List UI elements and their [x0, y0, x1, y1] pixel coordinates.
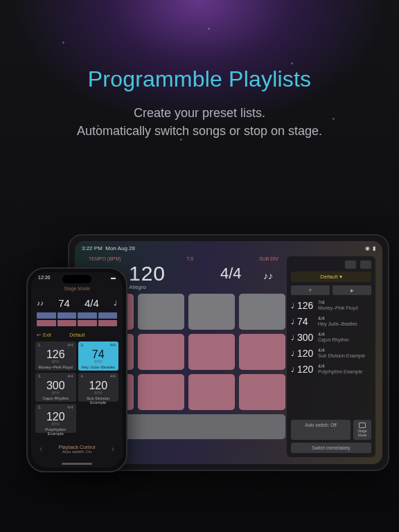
timesig-label: T.S — [186, 256, 193, 261]
exit-label: Exit — [43, 332, 51, 337]
playback-control-label: Playback Control — [31, 445, 123, 450]
card-title: Cajon Rhythm — [38, 396, 73, 400]
battery-icon: ▮ — [373, 245, 375, 251]
tempo-bpm: 120 — [129, 262, 166, 285]
playback-control[interactable]: Playback Control Auto switch: On — [31, 445, 123, 454]
playlist-item[interactable]: ♩1204/4Polyrhythm Example — [291, 362, 371, 376]
song-card[interactable]: 5.4/4120BPMPolyrhythm Example — [35, 404, 76, 433]
stage-mode-icon — [359, 423, 366, 428]
ipad-status-bar: 3:22 PM Mon Aug 28 ◉ ▮ — [75, 243, 382, 253]
hero-subtitle-line1: Create your preset lists. — [134, 106, 265, 120]
ipad-sidebar: Default ▾ + ▸ ♩126?/4Money–Pink Floyd♩74… — [287, 256, 375, 457]
note-icon: ♩ — [114, 299, 117, 307]
card-bpm: 74 — [81, 349, 116, 360]
song-card[interactable]: 3.4/4300BPMCajon Rhythm — [35, 373, 76, 402]
playlist-item[interactable]: ♩126?/4Money–Pink Floyd — [291, 299, 371, 312]
card-index: 2. — [81, 343, 85, 347]
item-bpm: 300 — [297, 332, 315, 343]
card-title: Sub Division Example — [81, 396, 116, 405]
card-bpm: 126 — [38, 349, 73, 360]
card-bpm: 120 — [38, 411, 73, 423]
card-index: 3. — [38, 374, 42, 378]
item-bpm: 120 — [297, 348, 315, 359]
ipad-time: 3:22 PM — [82, 245, 103, 251]
hero-title: Programmble Playlists — [0, 66, 399, 92]
pad[interactable] — [239, 334, 285, 370]
exit-icon: ↩ — [37, 332, 41, 338]
item-bpm: 126 — [297, 300, 315, 311]
pad[interactable] — [188, 374, 235, 410]
stage-mode-button[interactable]: Stage Mode — [353, 420, 371, 440]
item-bpm: 120 — [297, 364, 315, 375]
card-bpm: 300 — [38, 380, 73, 391]
iphone-timesig[interactable]: 4/4 — [85, 297, 99, 309]
card-bpm-unit: BPM — [81, 391, 116, 395]
item-timesig: 4/4 — [318, 316, 357, 321]
card-timesig: 4/4 — [110, 343, 116, 347]
pad[interactable] — [138, 374, 184, 410]
note-icon: ♪♪ — [37, 299, 44, 307]
subdiv-display[interactable]: ♪♪ — [263, 270, 273, 281]
card-bpm-unit: BPM — [38, 391, 73, 395]
beat-indicator — [37, 312, 117, 326]
pad[interactable] — [188, 294, 235, 330]
tempo-label: TEMPO (BPM) — [89, 256, 121, 261]
hero-subtitle-line2: Automatically switch songs or stop on st… — [77, 124, 322, 138]
item-title: Polyrhythm Example — [318, 369, 362, 375]
card-title: Money–Pink Floyd — [38, 365, 73, 369]
stage-mode-label: Stage Mode — [355, 429, 370, 437]
timesig-display[interactable]: 4/4 — [220, 265, 242, 283]
playlist-item[interactable]: ♩1204/4Sub Division Example — [291, 346, 371, 360]
switch-immediately-button[interactable]: Switch immediately — [291, 443, 371, 453]
card-bpm-unit: BPM — [81, 360, 116, 364]
iphone-tempo-bar: ♪♪ 74 4/4 ♩ — [37, 296, 117, 310]
card-title: Hey Jude–Beatles — [81, 365, 116, 369]
item-bpm: 74 — [297, 316, 315, 327]
item-timesig: 4/4 — [318, 364, 362, 369]
note-icon: ♩ — [291, 302, 294, 310]
play-button[interactable]: ▸ — [332, 285, 371, 295]
pad[interactable] — [239, 294, 285, 330]
iphone-screen-title: Stage Mode — [31, 286, 123, 291]
card-index: 1. — [38, 343, 42, 347]
tempo-display[interactable]: 120 Allegro — [129, 262, 166, 290]
pad[interactable] — [138, 334, 184, 370]
iphone-time: 12:20 — [38, 275, 51, 280]
ipad-date: Mon Aug 28 — [105, 245, 135, 251]
item-title: Cajon Rhythm — [318, 337, 348, 343]
card-bpm-unit: BPM — [38, 360, 73, 364]
card-timesig: 4/4 — [67, 405, 73, 409]
playlist-selector[interactable]: Default — [69, 332, 85, 337]
card-index: 5. — [38, 405, 42, 409]
item-timesig: 4/4 — [318, 348, 365, 353]
card-timesig: 4/4 — [67, 343, 73, 347]
note-icon: ♩ — [291, 318, 294, 326]
add-button[interactable]: + — [291, 285, 330, 295]
auto-switch-status: Auto switch: On — [31, 450, 123, 454]
exit-button[interactable]: ↩ Exit — [37, 332, 51, 338]
playlist-item[interactable]: ♩744/4Hey Jude–Beatles — [291, 314, 371, 328]
playlist-selector[interactable]: Default ▾ — [291, 272, 371, 282]
iphone-battery-icon: ▬ — [111, 275, 116, 280]
pad[interactable] — [188, 334, 235, 370]
song-card[interactable]: 2.4/474BPMHey Jude–Beatles — [78, 342, 119, 371]
card-index: 4. — [81, 374, 85, 378]
home-indicator[interactable] — [62, 463, 92, 465]
timer-icon[interactable] — [345, 260, 356, 269]
note-icon: ♩ — [291, 350, 294, 357]
note-icon: ♩ — [291, 334, 294, 342]
auto-switch-toggle[interactable]: Auto switch: Off — [291, 420, 351, 440]
song-card[interactable]: 1.4/4126BPMMoney–Pink Floyd — [35, 342, 76, 371]
note-icon: ♩ — [291, 366, 294, 373]
playlist-item[interactable]: ♩3004/4Cajon Rhythm — [291, 330, 371, 344]
flash-icon[interactable] — [360, 260, 371, 269]
card-title: Polyrhythm Example — [38, 427, 73, 436]
item-title: Sub Division Example — [318, 353, 365, 359]
item-title: Money–Pink Floyd — [318, 305, 358, 311]
subdiv-label: SUB DIV — [259, 256, 278, 261]
iphone-bpm[interactable]: 74 — [58, 297, 70, 309]
song-card[interactable]: 4.4/4120BPMSub Division Example — [78, 373, 119, 402]
card-timesig: 4/4 — [110, 374, 116, 378]
pad[interactable] — [138, 294, 184, 330]
pad[interactable] — [239, 374, 285, 410]
